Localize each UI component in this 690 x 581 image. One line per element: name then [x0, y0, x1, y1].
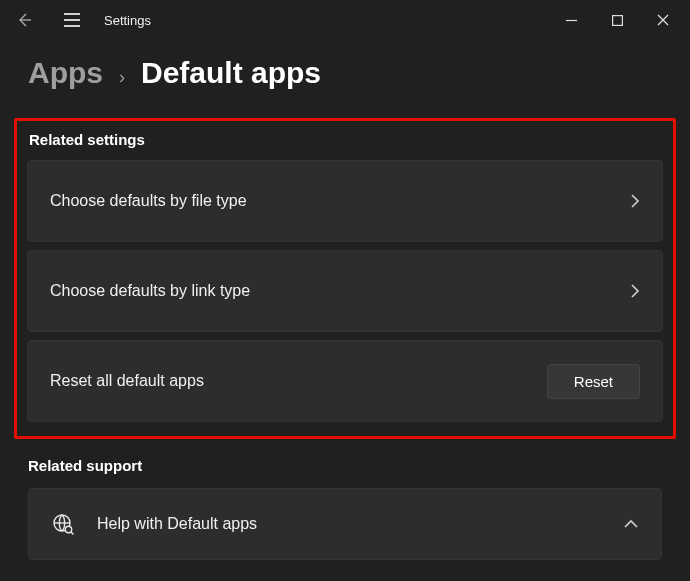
minimize-icon: [566, 15, 577, 26]
hamburger-icon: [63, 13, 81, 27]
reset-all-default-apps-row: Reset all default apps Reset: [27, 340, 663, 422]
row-label: Choose defaults by file type: [50, 192, 247, 210]
chevron-right-icon: [630, 193, 640, 209]
chevron-right-icon: [630, 283, 640, 299]
titlebar: Settings: [0, 0, 690, 40]
svg-point-2: [65, 526, 71, 532]
arrow-left-icon: [16, 12, 32, 28]
page-title: Default apps: [141, 56, 321, 90]
choose-defaults-file-type-row[interactable]: Choose defaults by file type: [27, 160, 663, 242]
row-label: Choose defaults by link type: [50, 282, 250, 300]
minimize-button[interactable]: [548, 4, 594, 36]
related-settings-highlight: Related settings Choose defaults by file…: [14, 118, 676, 439]
related-support-title: Related support: [28, 457, 662, 488]
breadcrumb-separator: ›: [119, 67, 125, 88]
maximize-icon: [612, 15, 623, 26]
related-settings-title: Related settings: [27, 131, 663, 160]
support-row-left: Help with Default apps: [51, 512, 257, 536]
maximize-button[interactable]: [594, 4, 640, 36]
related-support-section: Related support Help with Default apps: [0, 457, 690, 560]
breadcrumb: Apps › Default apps: [0, 40, 690, 114]
close-icon: [657, 14, 669, 26]
globe-search-icon: [51, 512, 75, 536]
support-row-label: Help with Default apps: [97, 515, 257, 533]
menu-button[interactable]: [52, 0, 92, 40]
close-button[interactable]: [640, 4, 686, 36]
titlebar-left: Settings: [4, 0, 151, 40]
help-with-default-apps-row[interactable]: Help with Default apps: [28, 488, 662, 560]
svg-rect-0: [612, 15, 622, 25]
back-button[interactable]: [4, 0, 44, 40]
breadcrumb-parent[interactable]: Apps: [28, 56, 103, 90]
reset-button[interactable]: Reset: [547, 364, 640, 399]
row-label: Reset all default apps: [50, 372, 204, 390]
window-title: Settings: [104, 13, 151, 28]
choose-defaults-link-type-row[interactable]: Choose defaults by link type: [27, 250, 663, 332]
chevron-up-icon: [623, 515, 639, 533]
